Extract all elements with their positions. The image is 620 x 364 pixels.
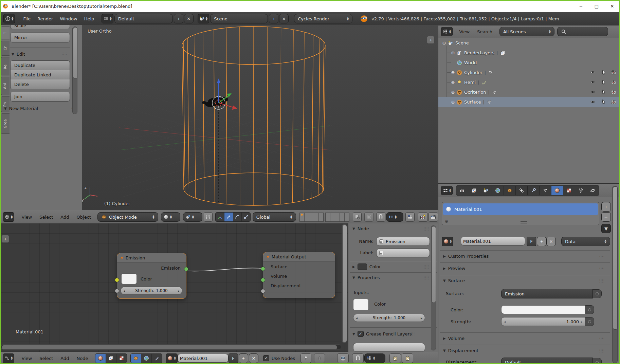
material-slot-selected[interactable]: Material.001	[443, 203, 598, 215]
slot-specials-button[interactable]: ▼	[601, 224, 611, 233]
scrollbar-handle[interactable]	[432, 226, 436, 303]
volume-panel-header[interactable]: ▶ Volume ::::::::	[443, 336, 610, 341]
display-mode-dropdown[interactable]: All Scenes ▲▼	[499, 27, 554, 36]
menu-add[interactable]: Add	[57, 356, 73, 361]
link-mode-dropdown[interactable]: Data ▲▼	[561, 237, 610, 246]
node-horizontal-scrollbar[interactable]	[1, 344, 341, 350]
expand-region-button[interactable]: ＋	[427, 36, 435, 44]
add-layout-button[interactable]: ＋	[174, 14, 183, 23]
panel-grip[interactable]: ::::::::	[424, 227, 429, 231]
editor-type-button-3dview[interactable]: ▲▼	[3, 212, 14, 222]
duplicate-button[interactable]: Duplicate	[10, 60, 70, 70]
linestyle-shader-button[interactable]	[152, 354, 162, 363]
slider-right-arrow-icon[interactable]: ▸	[178, 289, 180, 293]
properties-tab-particles[interactable]	[575, 186, 587, 195]
surface-input-socket[interactable]	[261, 267, 265, 271]
add-scene-button[interactable]: ＋	[269, 14, 278, 23]
orientation-dropdown[interactable]: Global ▲▼	[253, 212, 296, 222]
scrollbar-handle[interactable]	[73, 27, 77, 79]
volume-input-socket[interactable]	[261, 278, 265, 282]
selectability-toggle[interactable]	[601, 79, 606, 85]
paste-nodes-button[interactable]	[402, 353, 413, 363]
outliner-item-name[interactable]: Surface	[464, 99, 481, 105]
object-shader-button[interactable]	[131, 354, 141, 363]
panel-grip[interactable]: ::::::::	[599, 267, 605, 270]
menu-render[interactable]: Render	[34, 16, 56, 21]
strength-input-socket[interactable]	[115, 289, 119, 293]
grease-pencil-panel-header[interactable]: ▼ ✓ Grease Pencil Layers ::::::::	[352, 331, 432, 337]
panel-grip[interactable]: ::::::::	[599, 255, 605, 258]
animate-dot-button[interactable]	[593, 289, 602, 298]
render-engine-dropdown[interactable]: Cycles Render ▲▼	[294, 14, 352, 23]
menu-node[interactable]: Node	[73, 356, 92, 361]
manipulator-toggle-button[interactable]	[204, 212, 213, 222]
editor-type-button-outliner[interactable]: ▲▼	[441, 27, 453, 36]
outliner-item-name[interactable]: Qcriterion	[464, 90, 486, 95]
slider-right-arrow-icon[interactable]: ▸	[581, 320, 583, 324]
outliner-item-name[interactable]: Cylinder	[464, 70, 482, 75]
edit-panel-header[interactable]: ▼ Edit ::::::::	[12, 52, 70, 57]
editor-type-button-node[interactable]: ▲▼	[3, 353, 14, 363]
editor-type-button-info[interactable]: ▲▼	[3, 14, 15, 23]
menu-add[interactable]: Add	[57, 215, 73, 220]
join-button[interactable]: Join	[10, 92, 70, 102]
renderability-toggle[interactable]	[611, 79, 616, 85]
tool-shelf-tab-rel[interactable]: Rel	[0, 57, 10, 75]
menu-select[interactable]: Select	[36, 356, 57, 361]
add-material-button[interactable]: ＋	[239, 353, 248, 363]
delete-button[interactable]: Delete	[10, 79, 70, 89]
outliner-row-cylinder[interactable]: ⊕Cylinder|	[438, 68, 620, 77]
menu-select[interactable]: Select	[36, 215, 57, 220]
remove-slot-button[interactable]: −	[601, 212, 611, 222]
scene-selector-button[interactable]: ▲▼	[198, 14, 209, 23]
screen-layout-field[interactable]: Default	[114, 14, 173, 23]
pivot-point-dropdown[interactable]: ▲▼	[183, 212, 202, 222]
scrollbar-handle[interactable]	[342, 225, 347, 342]
screen-layout-button[interactable]: ▲▼	[102, 14, 113, 23]
outliner-item-name[interactable]: Hemi	[464, 80, 476, 85]
new-material-panel-header[interactable]: ▼ New Material ::::::::	[4, 106, 77, 111]
scrollbar-handle[interactable]	[2, 345, 337, 350]
menu-view[interactable]: View	[18, 215, 36, 220]
surface-panel-header[interactable]: ▼ Surface ::::::::	[443, 278, 610, 283]
close-button[interactable]: ✕	[604, 0, 620, 12]
node-panel-header[interactable]: ▼ Node ::::::::	[352, 226, 429, 231]
strength-slider[interactable]: ◂ 1.000 ▸	[501, 317, 585, 326]
selectability-toggle[interactable]	[601, 70, 606, 75]
preview-panel-header[interactable]: ▶ Preview ::::::::	[443, 266, 610, 271]
delete-layout-button[interactable]: ✕	[184, 14, 194, 23]
world-shader-button[interactable]	[141, 354, 152, 363]
manipulator-axes-button[interactable]	[216, 213, 224, 221]
selectability-toggle[interactable]	[601, 89, 606, 95]
unlink-material-button[interactable]: ✕	[249, 353, 258, 363]
snap-toggle-button[interactable]	[376, 212, 385, 222]
panel-grip[interactable]: ::::::::	[599, 337, 605, 340]
panel-grip[interactable]: ::::::::	[599, 279, 605, 283]
panel-grip[interactable]: ::::::::	[599, 349, 605, 352]
tool-shelf-tab-grea[interactable]: Grea	[0, 113, 10, 134]
renderability-toggle[interactable]	[611, 99, 616, 105]
emission-node-header[interactable]: ▼ Emission	[117, 253, 186, 262]
node-name-field[interactable]: Emission	[376, 237, 430, 246]
menu-window[interactable]: Window	[56, 16, 80, 21]
input-color-swatch[interactable]	[353, 299, 369, 310]
snap-toggle-button[interactable]	[352, 353, 364, 363]
tool-shelf-tab-ani[interactable]: Ani	[0, 77, 10, 95]
menu-search[interactable]: Search	[473, 29, 496, 34]
compositing-nodes-button[interactable]	[106, 354, 116, 363]
menu-view[interactable]: View	[18, 356, 36, 361]
properties-tab-modifiers[interactable]	[528, 186, 540, 195]
displacement-input-socket[interactable]	[261, 289, 265, 293]
animate-dot-button[interactable]	[593, 358, 602, 364]
outliner-row-renderlayers[interactable]: ⊕RenderLayers|	[438, 48, 620, 58]
slider-left-arrow-icon[interactable]: ◂	[504, 320, 506, 324]
viewport-shading-dropdown[interactable]: ▲▼	[161, 212, 180, 222]
tool-shelf-tab-cr[interactable]: Cr	[0, 41, 10, 56]
displacement-panel-header[interactable]: ▼ Displacement ::::::::	[443, 348, 610, 353]
menu-help[interactable]: Help	[81, 16, 98, 21]
lock-to-scene-button[interactable]	[353, 212, 362, 222]
outliner-row-hemi[interactable]: ⊕Hemi|	[438, 77, 620, 87]
add-material-button[interactable]: ＋	[537, 237, 546, 246]
node-color-swatch[interactable]	[358, 263, 367, 270]
render-image-button[interactable]	[418, 212, 427, 222]
